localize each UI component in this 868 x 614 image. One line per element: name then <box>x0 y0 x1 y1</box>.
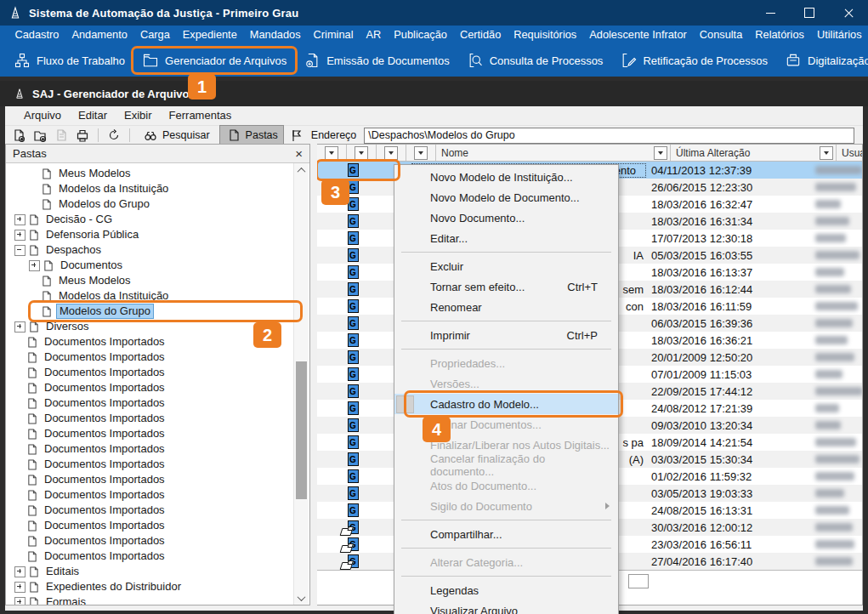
tree-item-documentos-importados[interactable]: Documentos Importados <box>6 487 309 503</box>
group-model-doc-icon: G <box>348 384 359 398</box>
scroll-down-icon[interactable] <box>294 591 309 605</box>
tree-item-documentos-importados[interactable]: Documentos Importados <box>6 365 309 380</box>
tree-item-documentos[interactable]: Documentos <box>6 258 309 273</box>
context-menu-item-novo-modelo-de-documento[interactable]: Novo Modelo de Documento... <box>394 187 618 208</box>
menubar-item-adolescente-infrator[interactable]: Adolescente Infrator <box>583 26 694 44</box>
tree-item-meus-modelos[interactable]: Meus Modelos <box>6 166 309 181</box>
tree-item-modelos-do-grupo[interactable]: Modelos do Grupo2 <box>6 304 309 319</box>
tree-item-modelos-do-grupo[interactable]: Modelos do Grupo <box>6 196 309 212</box>
toolbar-button-process-search[interactable]: Consulta de Processos <box>458 48 612 73</box>
filter-button[interactable] <box>325 146 338 160</box>
context-menu-item-editar[interactable]: Editar... <box>394 228 618 248</box>
tree-item-modelos-da-institui-o[interactable]: Modelos da Instituição <box>6 181 309 196</box>
expand-icon[interactable] <box>14 230 26 241</box>
menubar-item-publicação[interactable]: Publicação <box>388 26 454 44</box>
search-button[interactable]: Pesquisar <box>137 126 215 145</box>
tree-item-documentos-importados[interactable]: Documentos Importados <box>6 533 309 549</box>
menubar-item-requisitórios[interactable]: Requisitórios <box>508 26 583 44</box>
menubar-item-cadastro[interactable]: Cadastro <box>9 26 65 44</box>
tree-scrollbar[interactable] <box>293 163 309 605</box>
filter-button[interactable] <box>414 146 428 160</box>
menubar-item-mandados[interactable]: Mandados <box>243 26 307 44</box>
tree-item-documentos-importados[interactable]: Documentos Importados <box>6 395 309 411</box>
child-menu-exibir[interactable]: Exibir <box>116 106 161 125</box>
menubar-item-utilitários[interactable]: Utilitários <box>810 26 868 44</box>
context-menu-item-renomear[interactable]: Renomear <box>394 297 618 317</box>
toolbar-button-file-manager[interactable]: Gerenciador de Arquivos1 <box>133 48 295 73</box>
group-model-doc-icon: G <box>348 418 359 432</box>
folders-toggle-button[interactable]: Pastas <box>219 125 284 145</box>
tree-item-modelos-da-institui-o[interactable]: Modelos da Instituição <box>6 288 309 304</box>
context-menu-item-excluir[interactable]: Excluir <box>394 256 618 276</box>
menubar-item-expediente[interactable]: Expediente <box>176 26 243 44</box>
tree-item-despachos[interactable]: Despachos <box>6 242 309 258</box>
tree-item-editais[interactable]: Editais <box>6 564 309 579</box>
toolbar-button-scanner[interactable]: Digitalização de Peças <box>776 48 868 73</box>
tree-item-label: Documentos Importados <box>42 412 167 425</box>
tree-item-documentos-importados[interactable]: Documentos Importados <box>6 503 309 518</box>
menubar-item-consulta[interactable]: Consulta <box>693 26 749 44</box>
tree-item-expedientes-do-distribuidor[interactable]: Expedientes do Distribuidor <box>6 579 309 594</box>
folders-panel-close-icon[interactable]: × <box>295 147 303 160</box>
tree-item-formais[interactable]: Formais <box>6 594 309 605</box>
context-menu-item-cadastro-do-modelo[interactable]: Cadastro do Modelo...4 <box>394 394 618 414</box>
column-header-ultima-alteracao[interactable]: Última Alteração <box>671 145 837 161</box>
menubar-item-carga[interactable]: Carga <box>133 26 176 44</box>
expand-icon[interactable] <box>14 214 26 225</box>
filter-button[interactable] <box>820 146 833 160</box>
toolbar-button-document-emit[interactable]: Emissão de Documentos <box>295 48 458 73</box>
expand-icon[interactable] <box>14 597 26 605</box>
tree-item-documentos-importados[interactable]: Documentos Importados <box>6 411 309 426</box>
expand-icon[interactable] <box>29 260 40 271</box>
tree-item-documentos-importados[interactable]: Documentos Importados <box>6 441 309 457</box>
tree-item-documentos-importados[interactable]: Documentos Importados <box>6 426 309 441</box>
tree-item-decis-o-cg[interactable]: Decisão - CG <box>6 212 309 227</box>
context-menu-item-legendas[interactable]: Legendas <box>394 580 618 600</box>
scrollbar-thumb[interactable] <box>296 361 307 499</box>
child-menu-editar[interactable]: Editar <box>70 106 116 125</box>
expand-icon[interactable] <box>14 566 26 577</box>
filter-button[interactable] <box>384 146 398 160</box>
printer-icon[interactable] <box>74 127 91 144</box>
menubar-item-certidão[interactable]: Certidão <box>453 26 507 44</box>
menubar-item-andamento[interactable]: Andamento <box>65 26 133 44</box>
child-menu-arquivo[interactable]: Arquivo <box>15 106 70 125</box>
column-header-nome[interactable]: Nome <box>436 145 671 161</box>
tree-item-meus-modelos[interactable]: Meus Modelos <box>6 273 309 288</box>
tree-item-documentos-importados[interactable]: Documentos Importados <box>6 549 309 564</box>
context-menu-item-compartilhar[interactable]: Compartilhar... <box>394 524 618 544</box>
tree-item-documentos-importados[interactable]: Documentos Importados <box>6 457 309 472</box>
tree-item-documentos-importados[interactable]: Documentos Importados <box>6 472 309 487</box>
context-menu-item-novo-documento[interactable]: Novo Documento... <box>394 208 618 228</box>
template-icon <box>27 520 37 532</box>
toolbar-button-process-edit[interactable]: Retificação de Processos <box>611 48 776 73</box>
context-menu-item-tornar-sem-efeito[interactable]: Tornar sem efeito...Ctrl+T <box>394 276 618 297</box>
toolbar-button-workflow[interactable]: Fluxo de Trabalho <box>5 48 133 73</box>
filter-button[interactable] <box>654 146 667 160</box>
address-input[interactable] <box>364 128 854 144</box>
child-menu-ferramentas[interactable]: Ferramentas <box>161 106 241 125</box>
tree-item-documentos-importados[interactable]: Documentos Importados <box>6 518 309 533</box>
refresh-icon[interactable] <box>105 127 122 144</box>
close-button[interactable] <box>829 0 868 26</box>
context-menu-item-novo-modelo-de-institui-o[interactable]: Novo Modelo de Instituição... <box>394 167 618 187</box>
expand-icon[interactable] <box>14 321 26 333</box>
column-header-usuario[interactable]: Usuário da Últi <box>837 145 862 161</box>
context-menu-item-visualizar-arquivo[interactable]: Visualizar Arquivo <box>394 600 618 614</box>
panel-splitter[interactable] <box>310 144 317 605</box>
context-menu-item-imprimir[interactable]: ImprimirCtrl+P <box>394 325 618 345</box>
tree-item-defensoria-p-blica[interactable]: Defensoria Pública <box>6 227 309 242</box>
menubar-item-relatórios[interactable]: Relatórios <box>749 26 811 44</box>
menubar-item-ar[interactable]: AR <box>360 26 388 44</box>
tree-item-documentos-importados[interactable]: Documentos Importados <box>6 350 309 365</box>
menubar-item-criminal[interactable]: Criminal <box>307 26 360 44</box>
scroll-up-icon[interactable] <box>294 163 309 177</box>
new-document-icon[interactable] <box>10 127 27 144</box>
filter-button[interactable] <box>355 146 368 160</box>
expand-icon[interactable] <box>14 582 26 593</box>
tree-item-documentos-importados[interactable]: Documentos Importados <box>6 380 309 395</box>
new-folder-icon[interactable] <box>31 127 48 144</box>
collapse-icon[interactable] <box>14 245 26 256</box>
maximize-button[interactable] <box>790 0 829 26</box>
minimize-button[interactable] <box>751 0 790 26</box>
